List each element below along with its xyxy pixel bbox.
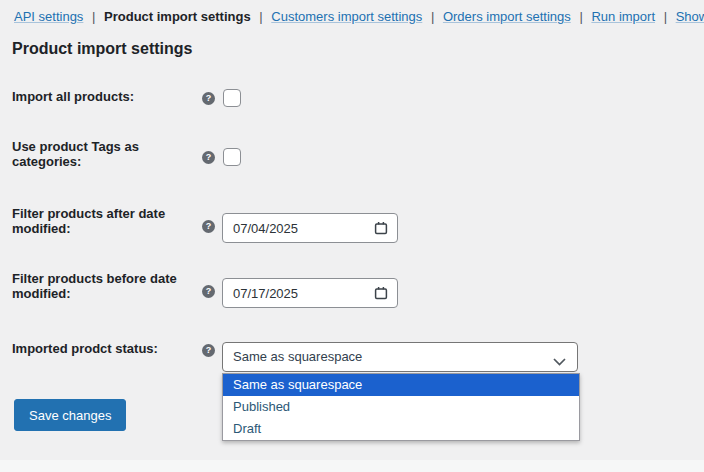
tab-api-settings[interactable]: API settings <box>14 9 83 24</box>
tab-show-status[interactable]: Show Status <box>676 9 704 24</box>
date-before-input[interactable] <box>222 278 398 308</box>
nav-separator: | <box>579 9 582 24</box>
footer-strip <box>0 460 704 472</box>
tab-run-import[interactable]: Run import <box>591 9 655 24</box>
filter-before-date-label: Filter products before date modified: <box>12 271 197 301</box>
date-after-input[interactable] <box>222 213 398 243</box>
status-select-value: Same as squarespace <box>233 343 362 371</box>
help-icon[interactable]: ? <box>202 344 215 357</box>
import-all-products-checkbox[interactable] <box>223 89 241 107</box>
tab-customers-import-settings[interactable]: Customers import settings <box>271 9 422 24</box>
page-title: Product import settings <box>12 40 192 58</box>
tags-as-categories-label: Use product Tags as categories: <box>12 139 197 169</box>
status-option-same-as-squarespace[interactable]: Same as squarespace <box>223 374 579 396</box>
filter-after-date-label: Filter products after date modified: <box>12 206 197 236</box>
calendar-icon[interactable] <box>374 286 388 300</box>
import-all-products-label: Import all products: <box>12 89 197 104</box>
tab-product-import-settings[interactable]: Product import settings <box>104 9 251 24</box>
nav-separator: | <box>259 9 262 24</box>
help-icon[interactable]: ? <box>202 285 215 298</box>
chevron-down-icon <box>553 354 566 369</box>
status-dropdown-list: Same as squarespace Published Draft <box>222 373 580 441</box>
tab-orders-import-settings[interactable]: Orders import settings <box>443 9 571 24</box>
date-after-field-wrap <box>222 213 398 243</box>
nav-separator: | <box>431 9 434 24</box>
form-row-import-all: Import all products: ? <box>12 89 612 109</box>
save-changes-button[interactable]: Save changes <box>14 399 126 431</box>
tags-as-categories-checkbox[interactable] <box>223 148 241 166</box>
nav-separator: | <box>92 9 95 24</box>
form-row-tags-as-categories: Use product Tags as categories: ? <box>12 139 612 175</box>
status-option-draft[interactable]: Draft <box>223 418 579 440</box>
form-row-date-after: Filter products after date modified: ? <box>12 206 612 244</box>
help-icon[interactable]: ? <box>202 151 215 164</box>
calendar-icon[interactable] <box>374 221 388 235</box>
status-option-published[interactable]: Published <box>223 396 579 418</box>
form-row-date-before: Filter products before date modified: ? <box>12 271 612 309</box>
imported-status-label: Imported prodct status: <box>12 341 197 356</box>
help-icon[interactable]: ? <box>202 92 215 105</box>
settings-tabs-nav: API settings | Product import settings |… <box>14 9 696 24</box>
nav-separator: | <box>664 9 667 24</box>
date-before-field-wrap <box>222 278 398 308</box>
status-select[interactable]: Same as squarespace <box>222 342 578 372</box>
product-import-settings-page: API settings | Product import settings |… <box>0 0 704 472</box>
help-icon[interactable]: ? <box>202 220 215 233</box>
